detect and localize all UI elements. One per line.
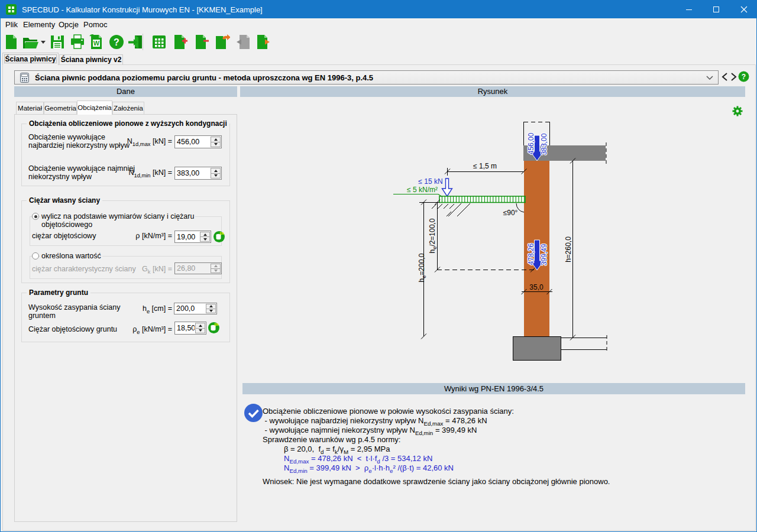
rhoe-symbol: ρe [kN/m³] = [109, 325, 172, 333]
dim-1-5m-label: ≤ 1,5 m [473, 162, 497, 170]
next-calculation-arrow[interactable] [730, 72, 737, 82]
subtab-label: Materiał [18, 105, 42, 112]
gk-spinner[interactable] [211, 264, 221, 273]
toolbar: W ? spec bud [1, 31, 757, 53]
title-bar: SPECBUD - Kalkulator Konstrukcji Murowyc… [1, 1, 757, 18]
wall-width-label: 35,0 [529, 283, 543, 291]
help-circle-icon[interactable]: ? [738, 71, 749, 82]
menu-plik[interactable]: Plik [5, 20, 18, 29]
nmin-top-label: 383,00 [540, 134, 548, 155]
result-line: Obciążenie obliczeniowe pionowe w połowi… [263, 407, 742, 416]
group-title: Parametry gruntu [27, 288, 90, 297]
result-line: NEd,max = 478,26 kN < t·l·fd /3 = 534,12… [263, 454, 742, 463]
he-symbol: he [cm] = [109, 304, 172, 313]
dim-he-label: he=200,0 [418, 254, 426, 283]
n1dmax-input[interactable] [174, 135, 222, 148]
window-title: SPECBUD - Kalkulator Konstrukcji Murowyc… [22, 5, 263, 14]
main-page: Ściana piwnic poddana poziomemu parciu g… [2, 64, 756, 531]
next-element-button[interactable] [255, 34, 271, 50]
rho-spinner[interactable] [200, 232, 210, 242]
maximize-button[interactable] [703, 1, 730, 18]
tab-sciana-piwnicy-v2[interactable]: Ściana piwnicy v2 [59, 54, 123, 65]
calculation-selector[interactable]: Ściana piwnic poddana poziomemu parciu g… [14, 70, 719, 85]
subtab-obciazenia[interactable]: Obciążenia [77, 100, 112, 115]
drawing-settings-gear-icon[interactable] [732, 105, 743, 117]
gk-field[interactable] [176, 264, 211, 273]
group-title: Obciążenia obliczeniowe pionowe z wyższy… [27, 119, 229, 128]
toolbar-separator [143, 34, 143, 50]
rysunek-header: Rysunek [240, 86, 745, 97]
n1dmax-spinner[interactable] [211, 137, 221, 147]
result-line [263, 473, 742, 477]
prev-calculation-arrow[interactable] [721, 72, 729, 82]
print-button[interactable] [69, 34, 86, 50]
load-5knm2-label: ≤ 5 kN/m² [407, 186, 438, 194]
results-block: Obciążenie obliczeniowe pionowe w połowi… [263, 407, 742, 486]
duplicate-element-button[interactable] [213, 34, 230, 50]
dim-h-label: h=260,0 [564, 236, 572, 262]
exit-button[interactable] [127, 34, 144, 50]
rho-label: ciężar objętościowy [32, 232, 96, 240]
menu-opcje[interactable]: Opcje [59, 20, 79, 29]
n1dmin-symbol: N1d,min [kN] = [109, 168, 172, 177]
open-dropdown-arrow[interactable] [41, 41, 46, 44]
menu-elementy[interactable]: Elementy [23, 20, 55, 29]
minimize-button[interactable] [675, 1, 703, 18]
n1dmin-spinner[interactable] [211, 168, 221, 179]
load-15kn-label: ≤ 15 kN [418, 177, 442, 186]
he-spinner[interactable] [206, 304, 216, 313]
radio-okreslona[interactable] [32, 252, 39, 259]
dane-header: Dane [14, 86, 237, 97]
he-field[interactable] [175, 304, 206, 313]
rhoe-database-icon[interactable]: EN [208, 322, 219, 333]
elements-list-button[interactable] [151, 34, 167, 50]
export-word-button[interactable]: W [88, 34, 105, 50]
rhoe-field[interactable] [176, 323, 195, 333]
he-label: Wysokość zasypania ścianygruntem [28, 303, 121, 320]
rho-input[interactable] [174, 231, 211, 243]
n1dmax-symbol: N1d,max [kN] = [109, 137, 172, 145]
new-document-button[interactable] [3, 34, 20, 50]
result-line: - wywołujące najmniej niekorzystny wpływ… [263, 426, 742, 435]
subtab-geometria[interactable]: Geometria [44, 102, 77, 114]
rhoe-label: Ciężar objętościowy gruntu [28, 325, 117, 333]
wyniki-label: Wyniki wg PN-EN 1996-3/4.5 [444, 384, 544, 393]
dim-he2-label: he/2=100,0 [428, 219, 436, 254]
gk-symbol: Gk [kN] = [121, 265, 172, 273]
add-element-button[interactable] [172, 34, 189, 50]
radio-wylicz[interactable] [32, 213, 39, 220]
subtab-material[interactable]: Materiał [16, 102, 44, 114]
n1dmax-field[interactable] [176, 137, 211, 147]
close-button[interactable] [730, 1, 757, 18]
subtab-label: Obciążenia [77, 104, 112, 111]
n1dmin-input[interactable] [174, 167, 222, 180]
remove-element-button[interactable] [193, 34, 210, 50]
selector-text: Ściana piwnic poddana poziomemu parciu g… [35, 73, 373, 82]
gk-label: ciężar charakterystyczny ściany [32, 265, 136, 273]
rhoe-input[interactable] [174, 322, 206, 335]
svg-text:?: ? [114, 37, 119, 47]
group-title: Ciężar własny ściany [27, 196, 102, 205]
open-file-button[interactable] [22, 34, 38, 50]
menu-pomoc[interactable]: Pomoc [83, 20, 107, 29]
result-line: NEd,min = 399,49 kN > ρe·l·h·he² /(β·t) … [263, 463, 742, 473]
previous-element-button[interactable] [235, 34, 251, 50]
rhoe-spinner[interactable] [195, 323, 205, 333]
tab-sciana-piwnicy[interactable]: Ściana piwnicy [2, 53, 59, 65]
subtab-label: Założenia [114, 105, 143, 112]
radio2-caption[interactable]: określona wartość [40, 252, 102, 260]
svg-text:EN: EN [220, 232, 224, 235]
save-button[interactable] [49, 34, 66, 50]
rho-field[interactable] [176, 232, 200, 242]
menu-bar: Plik Elementy Opcje Pomoc [1, 18, 757, 31]
rho-database-icon[interactable]: EN [213, 231, 225, 242]
result-conclusion: Wniosek: Nie jest wymagane dodatkowe spr… [263, 477, 742, 486]
radio1-caption[interactable]: wylicz na podstawie wymiarów ściany i ci… [40, 212, 195, 229]
help-button[interactable]: ? [108, 34, 125, 50]
check-circle-icon [244, 404, 263, 422]
he-input[interactable] [174, 303, 217, 314]
n1dmin-field[interactable] [176, 168, 211, 179]
subtab-zalozenia[interactable]: Założenia [112, 102, 144, 114]
gk-input[interactable] [174, 262, 222, 274]
calculator-icon [20, 73, 29, 83]
